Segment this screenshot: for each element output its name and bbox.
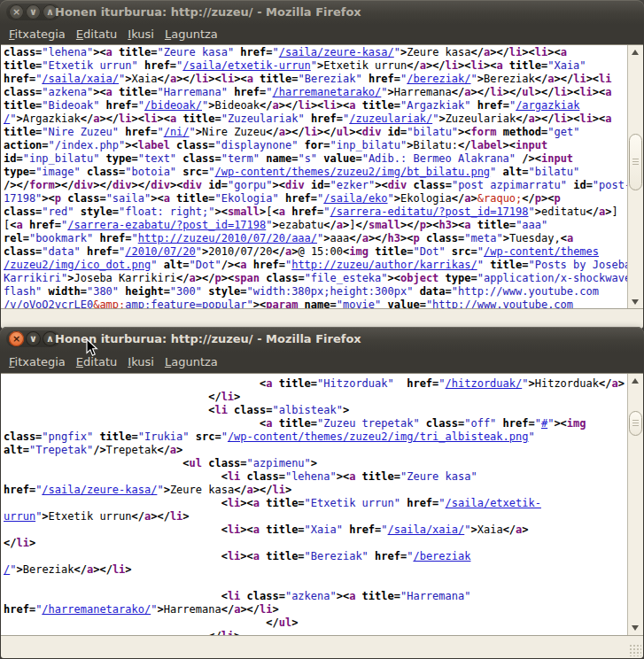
menu-ikusi[interactable]: Ikusi — [122, 25, 159, 44]
minimize-button[interactable]: ∨ — [26, 331, 41, 346]
window-title: Honen iturburua: http://zuzeu/ - Mozilla… — [55, 0, 361, 25]
menu-editatu[interactable]: Editatu — [71, 352, 122, 373]
scroll-up-icon[interactable] — [628, 46, 642, 59]
menu-fitxategia[interactable]: Fitxategia — [4, 25, 71, 44]
vertical-scrollbar[interactable] — [627, 45, 643, 309]
window-controls: ×∨∧ — [6, 4, 60, 20]
source-code[interactable]: class="lehena"><a title="Zeure kasa" hre… — [1, 45, 628, 309]
source-view: class="lehena"><a title="Zeure kasa" hre… — [1, 44, 643, 309]
source-link[interactable]: /harremanetarako/ — [273, 86, 382, 98]
titlebar[interactable]: ×∨∧ Honen iturburua: http://zuzeu/ - Moz… — [0, 0, 644, 25]
resize-grip[interactable] — [629, 644, 641, 656]
status-bar — [1, 635, 643, 658]
menu-editatu[interactable]: Editatu — [71, 25, 122, 44]
source-link[interactable]: /saila/zeure-kasa/ — [42, 484, 157, 496]
source-window-bottom: ×∨∧ Honen iturburua: http://zuzeu/ - Moz… — [0, 327, 644, 659]
source-link[interactable]: urrun — [4, 510, 35, 523]
scrollbar-thumb[interactable] — [629, 411, 642, 436]
menu-laguntza[interactable]: Laguntza — [159, 25, 223, 44]
source-link[interactable]: /wp-content/themes/zuzeu2/img/bt_bilatu.… — [214, 166, 490, 178]
scrollbar-thumb[interactable] — [629, 134, 642, 190]
source-view: <a title="Hitzorduak" href="/hitzorduak/… — [1, 373, 643, 635]
source-link[interactable]: /zuzeu2/img/ico_dot.png — [4, 259, 151, 271]
scroll-down-icon[interactable] — [628, 621, 642, 634]
source-link[interactable]: /saila/eko — [323, 192, 387, 205]
source-link[interactable]: /bideoak/ — [144, 99, 202, 112]
titlebar[interactable]: ×∨∧ Honen iturburua: http://zuzeu/ - Moz… — [0, 327, 644, 352]
source-link[interactable]: /sarrera-ezabatu/?post_id=17198 — [67, 219, 266, 231]
menu-fitxategia[interactable]: Fitxategia — [4, 352, 71, 373]
window-title: Honen iturburua: http://zuzeu/ - Mozilla… — [55, 327, 361, 352]
source-window-top: ×∨∧ Honen iturburua: http://zuzeu/ - Moz… — [0, 0, 644, 330]
source-link[interactable]: /bereziak — [413, 550, 470, 562]
menubar: FitxategiaEditatuIkusiLaguntza — [0, 25, 644, 44]
menu-laguntza[interactable]: Laguntza — [159, 352, 223, 373]
source-link[interactable]: /wp-content/themes — [484, 245, 599, 258]
source-link[interactable]: /saila/zeure-kasa/ — [279, 46, 394, 58]
source-link[interactable]: /bereziak/ — [407, 73, 470, 85]
source-link[interactable]: http://zuzeu/author/karrikas/ — [291, 259, 477, 271]
source-link[interactable]: /sarrera-editatu/?post_id=17198 — [330, 205, 529, 218]
source-link[interactable]: http://zuzeu/2010/07/20/aaa/ — [138, 232, 317, 244]
source-link[interactable]: /saila/etxetik- — [446, 497, 541, 509]
source-link[interactable]: /ni/ — [164, 126, 190, 138]
close-button[interactable]: × — [9, 331, 24, 346]
menubar: FitxategiaEditatuIkusiLaguntza — [0, 352, 644, 373]
source-link[interactable]: /argazkiak — [516, 99, 579, 112]
menu-ikusi[interactable]: Ikusi — [122, 352, 159, 373]
source-link[interactable]: /zuzeulariak/ — [349, 112, 432, 125]
minimize-button[interactable]: ∨ — [26, 4, 41, 19]
close-button[interactable]: × — [9, 4, 24, 19]
source-code[interactable]: <a title="Hitzorduak" href="/hitzorduak/… — [1, 374, 628, 635]
source-link[interactable]: /saila/etxetik-urrun — [182, 59, 311, 72]
source-link[interactable]: /2010/07/20 — [125, 245, 195, 258]
window-controls: ×∨∧ — [6, 330, 60, 347]
source-link[interactable]: /wp-content/themes/zuzeu2/img/tri_albist… — [228, 430, 529, 443]
source-link[interactable]: /saila/xaia/ — [388, 523, 465, 536]
scroll-down-icon[interactable] — [628, 295, 642, 308]
source-link[interactable]: /saila/xaia/ — [42, 73, 119, 85]
vertical-scrollbar[interactable] — [627, 374, 643, 635]
source-link[interactable]: /hitzorduak/ — [446, 377, 523, 390]
scroll-up-icon[interactable] — [628, 375, 642, 388]
source-link[interactable]: /harremanetarako/ — [42, 603, 151, 616]
status-bar — [1, 308, 643, 329]
